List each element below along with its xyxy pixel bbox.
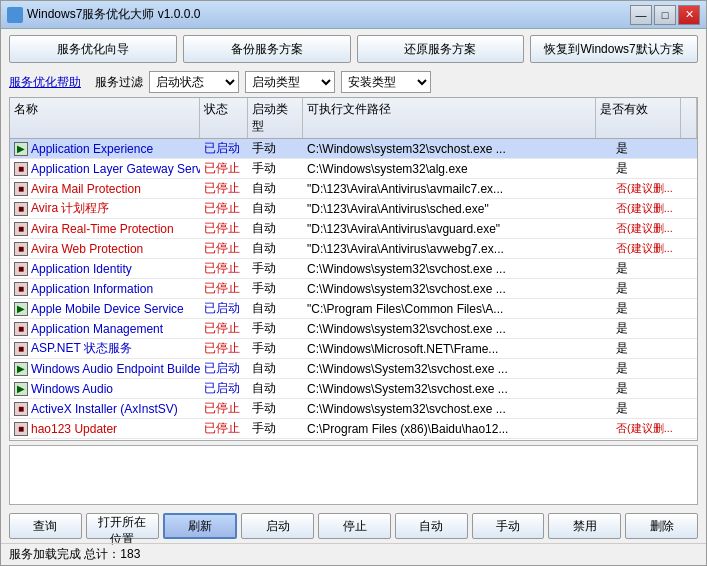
停止-button[interactable]: 停止 (318, 513, 391, 539)
detail-panel (9, 445, 698, 505)
restore-button[interactable]: 还原服务方案 (357, 35, 525, 63)
cell-startup: 自动 (248, 299, 303, 318)
cell-path: "D:\123\Avira\Antivirus\avmailc7.ex... (303, 181, 612, 197)
cell-state: 已启动 (200, 139, 248, 158)
default-restore-button[interactable]: 恢复到Windows7默认方案 (530, 35, 698, 63)
cell-valid: 是 (612, 279, 697, 298)
cell-valid: 否(建议删... (612, 200, 697, 217)
table-row[interactable]: ■ Avira Real-Time Protection 已停止 自动 "D:\… (10, 219, 697, 239)
service-name[interactable]: Avira Mail Protection (31, 182, 141, 196)
service-table: 名称 状态 启动类型 可执行文件路径 是否有效 ▶ Application Ex… (9, 97, 698, 441)
cell-path: C:\Windows\system32\svchost.exe ... (303, 321, 612, 337)
table-row[interactable]: ▶ Windows Audio 已启动 自动 C:\Windows\System… (10, 379, 697, 399)
table-body[interactable]: ▶ Application Experience 已启动 手动 C:\Windo… (10, 139, 697, 440)
service-status-icon: ■ (14, 402, 28, 416)
table-row[interactable]: ■ Avira Web Protection 已停止 自动 "D:\123\Av… (10, 239, 697, 259)
service-status-icon: ■ (14, 162, 28, 176)
cell-path: C:\Program Files (x86)\Baidu\hao12... (303, 421, 612, 437)
cell-path: C:\Windows\system32\svchost.exe ... (303, 281, 612, 297)
cell-startup: 自动 (248, 199, 303, 218)
cell-startup: 手动 (248, 259, 303, 278)
service-name[interactable]: Windows Audio (31, 382, 113, 396)
cell-valid: 否(建议删... (612, 240, 697, 257)
table-row[interactable]: ■ hao123 Updater 已停止 手动 C:\Program Files… (10, 419, 697, 439)
service-name[interactable]: Windows Audio Endpoint Builder (31, 362, 200, 376)
table-row[interactable]: ▶ Apple Mobile Device Service 已启动 自动 "C:… (10, 299, 697, 319)
cell-state: 已停止 (200, 259, 248, 278)
cell-startup: 自动 (248, 219, 303, 238)
service-status-icon: ▶ (14, 382, 28, 396)
service-name[interactable]: Apple Mobile Device Service (31, 302, 184, 316)
cell-name: ■ Avira Mail Protection (10, 181, 200, 197)
cell-valid: 否(建议删... (612, 180, 697, 197)
table-row[interactable]: ■ Avira Mail Protection 已停止 自动 "D:\123\A… (10, 179, 697, 199)
cell-name: ▶ Apple Mobile Device Service (10, 301, 200, 317)
service-name[interactable]: Application Management (31, 322, 163, 336)
app-icon (7, 7, 23, 23)
cell-name: ■ ASP.NET 状态服务 (10, 339, 200, 358)
table-row[interactable]: ▶ Windows Audio Endpoint Builder 已启动 自动 … (10, 359, 697, 379)
table-row[interactable]: ■ ASP.NET 状态服务 已停止 手动 C:\Windows\Microso… (10, 339, 697, 359)
table-row[interactable]: ■ Application Information 已停止 手动 C:\Wind… (10, 279, 697, 299)
service-status-icon: ■ (14, 202, 28, 216)
打开所在位置-button[interactable]: 打开所在位置 (86, 513, 159, 539)
service-status-icon: ■ (14, 282, 28, 296)
service-name[interactable]: Application Layer Gateway Service (31, 162, 200, 176)
service-name[interactable]: ASP.NET 状态服务 (31, 340, 132, 357)
查询-button[interactable]: 查询 (9, 513, 82, 539)
service-status-icon: ■ (14, 222, 28, 236)
service-status-icon: ▶ (14, 302, 28, 316)
maximize-button[interactable]: □ (654, 5, 676, 25)
col-name: 名称 (10, 98, 200, 138)
cell-valid: 是 (612, 159, 697, 178)
cell-startup: 手动 (248, 159, 303, 178)
cell-state: 已停止 (200, 419, 248, 438)
action-bar: 查询打开所在位置刷新启动停止自动手动禁用删除 (1, 509, 706, 543)
filter-bar: 服务优化帮助 服务过滤 启动状态 启动类型 安装类型 (1, 69, 706, 97)
install-type-filter[interactable]: 安装类型 (341, 71, 431, 93)
table-row[interactable]: ▶ Application Experience 已启动 手动 C:\Windo… (10, 139, 697, 159)
title-bar-buttons: — □ ✕ (630, 5, 700, 25)
刷新-button[interactable]: 刷新 (163, 513, 238, 539)
cell-name: ▶ Application Experience (10, 141, 200, 157)
删除-button[interactable]: 删除 (625, 513, 698, 539)
cell-valid: 是 (612, 299, 697, 318)
cell-state: 已停止 (200, 179, 248, 198)
table-row[interactable]: ■ Application Identity 已停止 手动 C:\Windows… (10, 259, 697, 279)
minimize-button[interactable]: — (630, 5, 652, 25)
禁用-button[interactable]: 禁用 (548, 513, 621, 539)
自动-button[interactable]: 自动 (395, 513, 468, 539)
table-row[interactable]: ■ Application Layer Gateway Service 已停止 … (10, 159, 697, 179)
service-name[interactable]: Avira 计划程序 (31, 200, 109, 217)
startup-type-filter[interactable]: 启动类型 (245, 71, 335, 93)
service-name[interactable]: Application Experience (31, 142, 153, 156)
table-row[interactable]: ■ Avira 计划程序 已停止 自动 "D:\123\Avira\Antivi… (10, 199, 697, 219)
service-name[interactable]: Application Identity (31, 262, 132, 276)
table-row[interactable]: ■ Application Management 已停止 手动 C:\Windo… (10, 319, 697, 339)
service-name[interactable]: hao123 Updater (31, 422, 117, 436)
手动-button[interactable]: 手动 (472, 513, 545, 539)
col-startup: 启动类型 (248, 98, 303, 138)
backup-button[interactable]: 备份服务方案 (183, 35, 351, 63)
optimize-wizard-button[interactable]: 服务优化向导 (9, 35, 177, 63)
cell-state: 已启动 (200, 299, 248, 318)
startup-state-filter[interactable]: 启动状态 (149, 71, 239, 93)
table-row[interactable]: ■ ActiveX Installer (AxInstSV) 已停止 手动 C:… (10, 399, 697, 419)
service-name[interactable]: Avira Real-Time Protection (31, 222, 174, 236)
cell-startup: 手动 (248, 339, 303, 358)
cell-name: ■ Application Identity (10, 261, 200, 277)
启动-button[interactable]: 启动 (241, 513, 314, 539)
close-button[interactable]: ✕ (678, 5, 700, 25)
col-valid: 是否有效 (596, 98, 681, 138)
cell-name: ▶ Windows Audio Endpoint Builder (10, 361, 200, 377)
cell-state: 已启动 (200, 379, 248, 398)
service-name[interactable]: Avira Web Protection (31, 242, 143, 256)
cell-startup: 手动 (248, 279, 303, 298)
service-name[interactable]: ActiveX Installer (AxInstSV) (31, 402, 178, 416)
cell-valid: 是 (612, 139, 697, 158)
cell-path: C:\Windows\system32\svchost.exe ... (303, 141, 612, 157)
help-link[interactable]: 服务优化帮助 (9, 74, 81, 91)
service-status-icon: ■ (14, 182, 28, 196)
cell-valid: 否(建议删... (612, 220, 697, 237)
service-name[interactable]: Application Information (31, 282, 153, 296)
